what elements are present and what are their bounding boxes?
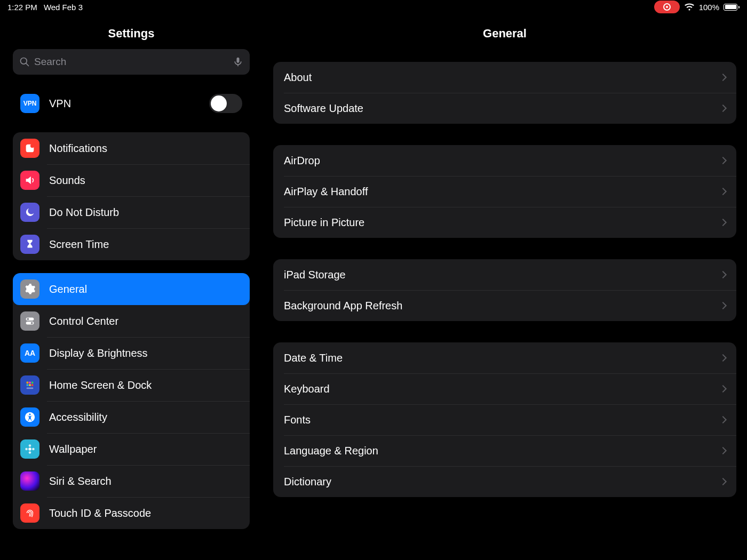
detail-item-label: Date & Time bbox=[284, 352, 720, 364]
detail-pane: General About Software Update AirDrop Ai… bbox=[263, 14, 747, 560]
detail-item-about[interactable]: About bbox=[273, 62, 736, 93]
status-bar: 1:22 PM Wed Feb 3 100% bbox=[0, 0, 747, 14]
sidebar-item-screentime[interactable]: Screen Time bbox=[13, 228, 250, 260]
sidebar-item-vpn[interactable]: VPN VPN bbox=[13, 87, 250, 119]
detail-item-label: Dictionary bbox=[284, 476, 720, 488]
svg-point-18 bbox=[29, 413, 30, 415]
detail-item-language[interactable]: Language & Region bbox=[273, 435, 736, 466]
sidebar-item-display[interactable]: AA Display & Brightness bbox=[13, 337, 250, 369]
chevron-right-icon bbox=[719, 354, 727, 362]
svg-point-22 bbox=[25, 448, 28, 451]
sidebar-item-home-screen[interactable]: Home Screen & Dock bbox=[13, 369, 250, 401]
detail-group-3: iPad Storage Background App Refresh bbox=[273, 259, 736, 321]
vpn-icon: VPN bbox=[20, 94, 39, 113]
detail-item-label: Software Update bbox=[284, 102, 720, 115]
svg-rect-13 bbox=[27, 384, 29, 386]
chevron-right-icon bbox=[719, 188, 727, 195]
sidebar-item-general[interactable]: General bbox=[13, 273, 250, 305]
battery-percent: 100% bbox=[699, 3, 719, 12]
svg-rect-2 bbox=[237, 58, 240, 63]
svg-point-21 bbox=[29, 451, 31, 454]
detail-item-keyboard[interactable]: Keyboard bbox=[273, 373, 736, 404]
vpn-toggle[interactable] bbox=[209, 94, 242, 113]
chevron-right-icon bbox=[719, 271, 727, 278]
svg-rect-14 bbox=[29, 384, 31, 386]
hourglass-icon bbox=[20, 235, 39, 254]
svg-point-5 bbox=[30, 144, 34, 148]
search-icon bbox=[19, 57, 30, 67]
detail-group-4: Date & Time Keyboard Fonts Language & Re… bbox=[273, 342, 736, 497]
chevron-right-icon bbox=[719, 74, 727, 81]
search-input[interactable] bbox=[34, 56, 228, 68]
detail-item-pip[interactable]: Picture in Picture bbox=[273, 207, 736, 238]
detail-item-label: Picture in Picture bbox=[284, 217, 720, 229]
detail-item-label: iPad Storage bbox=[284, 269, 720, 281]
detail-title: General bbox=[273, 27, 736, 41]
svg-rect-16 bbox=[27, 388, 34, 389]
mic-icon[interactable] bbox=[233, 57, 243, 67]
status-date: Wed Feb 3 bbox=[44, 3, 83, 12]
detail-item-storage[interactable]: iPad Storage bbox=[273, 259, 736, 290]
detail-item-label: AirDrop bbox=[284, 155, 720, 167]
sidebar-item-control-center[interactable]: Control Center bbox=[13, 305, 250, 337]
moon-icon bbox=[20, 203, 39, 222]
detail-item-dictionary[interactable]: Dictionary bbox=[273, 466, 736, 497]
sidebar-item-siri[interactable]: Siri & Search bbox=[13, 465, 250, 497]
detail-item-label: Keyboard bbox=[284, 383, 720, 395]
svg-rect-11 bbox=[29, 382, 31, 384]
sidebar-group-alerts: Notifications Sounds Do Not Disturb Scre… bbox=[13, 132, 250, 260]
sidebar-item-label: Screen Time bbox=[49, 238, 242, 251]
sidebar-group-vpn: VPN VPN bbox=[13, 87, 250, 119]
chevron-right-icon bbox=[719, 385, 727, 393]
chevron-right-icon bbox=[719, 302, 727, 309]
notifications-icon bbox=[20, 139, 39, 158]
sidebar-item-label: Wallpaper bbox=[49, 443, 242, 455]
detail-item-airplay[interactable]: AirPlay & Handoff bbox=[273, 176, 736, 207]
sidebar-item-label: VPN bbox=[49, 98, 209, 110]
sidebar-item-label: Accessibility bbox=[49, 411, 242, 423]
svg-line-1 bbox=[26, 63, 29, 66]
accessibility-icon bbox=[20, 407, 39, 427]
battery-icon bbox=[724, 4, 740, 11]
sidebar-item-label: Display & Brightness bbox=[49, 347, 242, 359]
detail-group-1: About Software Update bbox=[273, 62, 736, 124]
detail-item-label: AirPlay & Handoff bbox=[284, 186, 720, 198]
chevron-right-icon bbox=[719, 416, 727, 423]
text-size-icon: AA bbox=[20, 343, 39, 363]
screen-recording-indicator[interactable] bbox=[654, 1, 680, 13]
flower-icon bbox=[20, 439, 39, 459]
search-field[interactable] bbox=[13, 49, 250, 75]
detail-item-label: Background App Refresh bbox=[284, 300, 720, 312]
gear-icon bbox=[20, 279, 39, 299]
svg-rect-10 bbox=[27, 382, 29, 384]
detail-item-label: Fonts bbox=[284, 414, 720, 426]
detail-item-fonts[interactable]: Fonts bbox=[273, 404, 736, 435]
chevron-right-icon bbox=[719, 447, 727, 454]
sidebar-item-touchid[interactable]: Touch ID & Passcode bbox=[13, 497, 250, 529]
chevron-right-icon bbox=[719, 105, 727, 112]
sidebar-item-dnd[interactable]: Do Not Disturb bbox=[13, 196, 250, 228]
detail-group-2: AirDrop AirPlay & Handoff Picture in Pic… bbox=[273, 145, 736, 238]
sidebar-item-notifications[interactable]: Notifications bbox=[13, 132, 250, 164]
detail-item-software-update[interactable]: Software Update bbox=[273, 93, 736, 124]
fingerprint-icon bbox=[20, 503, 39, 523]
sidebar-item-label: Touch ID & Passcode bbox=[49, 507, 242, 519]
sidebar-item-label: General bbox=[49, 283, 242, 295]
status-time: 1:22 PM bbox=[7, 3, 37, 12]
svg-rect-15 bbox=[31, 384, 34, 386]
svg-point-19 bbox=[28, 447, 31, 451]
svg-point-7 bbox=[27, 318, 29, 320]
sidebar-item-accessibility[interactable]: Accessibility bbox=[13, 401, 250, 433]
siri-icon bbox=[20, 471, 39, 491]
toggles-icon bbox=[20, 311, 39, 331]
detail-item-bgrefresh[interactable]: Background App Refresh bbox=[273, 290, 736, 321]
sidebar-item-wallpaper[interactable]: Wallpaper bbox=[13, 433, 250, 465]
sidebar-item-sounds[interactable]: Sounds bbox=[13, 164, 250, 196]
sidebar-item-label: Notifications bbox=[49, 142, 242, 155]
record-icon bbox=[663, 3, 671, 11]
sidebar-item-label: Do Not Disturb bbox=[49, 206, 242, 219]
detail-item-airdrop[interactable]: AirDrop bbox=[273, 145, 736, 176]
detail-item-datetime[interactable]: Date & Time bbox=[273, 342, 736, 373]
app-grid-icon bbox=[20, 375, 39, 395]
sidebar-item-label: Siri & Search bbox=[49, 475, 242, 487]
